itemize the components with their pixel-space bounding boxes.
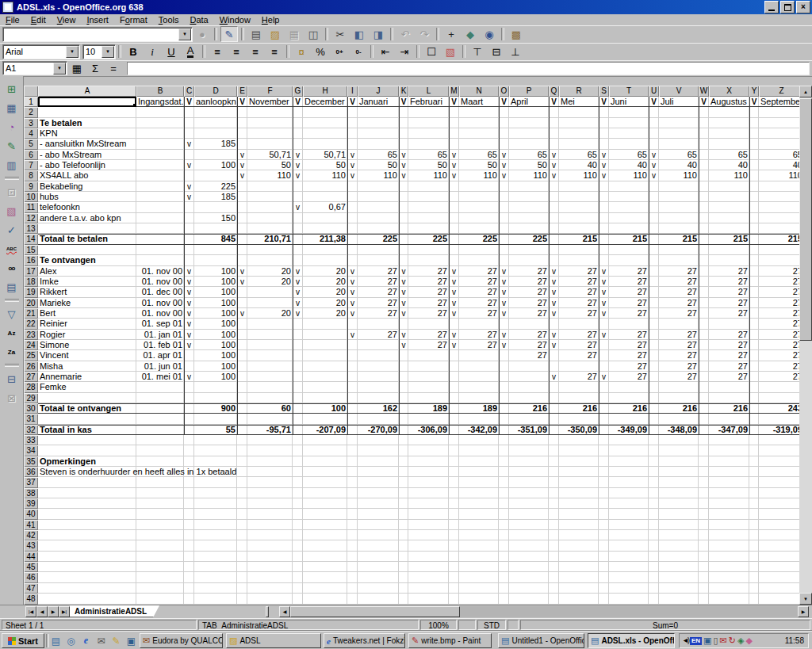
cell-Y23[interactable]	[749, 330, 759, 340]
cell-M24[interactable]: v	[449, 340, 459, 350]
cell-E38[interactable]	[237, 488, 247, 498]
cell-A5[interactable]: - aansluitkn MxStream	[38, 139, 136, 149]
cell-V41[interactable]	[659, 520, 699, 530]
cell-U2[interactable]	[649, 107, 659, 117]
cell-C22[interactable]: v	[184, 319, 194, 329]
cell-S11[interactable]	[599, 202, 609, 212]
cell-L9[interactable]	[408, 181, 449, 192]
status-zoom-level[interactable]: 100%	[420, 620, 457, 630]
cell-A27[interactable]: Annemarie	[38, 372, 136, 382]
cell-I48[interactable]	[347, 594, 358, 604]
cell-X15[interactable]	[709, 245, 749, 255]
cell-D20[interactable]: 100	[194, 298, 237, 308]
cell-F25[interactable]	[247, 350, 293, 361]
sheet-tab-administratieadsl[interactable]: AdministratieADSL	[70, 605, 159, 617]
cell-L42[interactable]	[408, 530, 449, 540]
cell-O30[interactable]	[499, 403, 509, 414]
cell-S17[interactable]: v	[599, 266, 609, 277]
cell-L20[interactable]: 27	[408, 298, 449, 308]
cell-L48[interactable]	[408, 594, 449, 604]
cell-H31[interactable]	[303, 414, 347, 424]
cell-L3[interactable]	[408, 118, 449, 128]
cell-T40[interactable]	[609, 509, 649, 519]
cell-Z33[interactable]	[759, 435, 799, 445]
cell-T18[interactable]: 27	[609, 277, 649, 287]
cell-O22[interactable]	[499, 319, 509, 329]
cell-E7[interactable]: v	[237, 160, 247, 170]
row-header-37[interactable]: 37	[24, 477, 38, 487]
cell-N29[interactable]	[459, 393, 499, 403]
column-header-Q[interactable]: Q	[549, 86, 559, 97]
cell-N41[interactable]	[459, 520, 499, 530]
cell-L34[interactable]	[408, 445, 449, 456]
cell-L41[interactable]	[408, 520, 449, 530]
cell-Q40[interactable]	[549, 509, 559, 519]
cell-M2[interactable]	[449, 107, 459, 117]
italic-button[interactable]: i	[144, 44, 161, 59]
cell-N38[interactable]	[459, 488, 499, 498]
font-name-dropdown-button[interactable]: ▼	[66, 46, 79, 58]
cell-X11[interactable]	[709, 202, 749, 212]
cell-U17[interactable]	[649, 266, 659, 277]
cell-W33[interactable]	[699, 435, 709, 445]
cell-Y6[interactable]	[749, 150, 759, 160]
cell-D3[interactable]	[194, 118, 237, 128]
cell-M19[interactable]: v	[449, 287, 459, 297]
cell-N19[interactable]: 27	[459, 287, 499, 297]
cell-V1[interactable]: Juli	[659, 97, 699, 107]
cell-W34[interactable]	[699, 445, 709, 456]
cell-Q31[interactable]	[549, 414, 559, 424]
row-header-3[interactable]: 3	[24, 118, 38, 128]
cell-V7[interactable]: 40	[659, 160, 699, 170]
cell-G16[interactable]	[293, 255, 303, 265]
cell-C18[interactable]: v	[184, 277, 194, 287]
cell-B12[interactable]	[136, 213, 184, 223]
cell-K1[interactable]: V	[399, 97, 408, 107]
cell-I38[interactable]	[347, 488, 358, 498]
cell-J7[interactable]: 50	[358, 160, 399, 170]
cell-O19[interactable]: v	[499, 287, 509, 297]
cell-E29[interactable]	[237, 393, 247, 403]
cell-W21[interactable]	[699, 308, 709, 319]
cell-T43[interactable]	[609, 540, 649, 551]
background-color-button[interactable]: ▧	[442, 44, 459, 59]
cell-L32[interactable]: -306,09	[408, 425, 449, 435]
cell-V5[interactable]	[659, 139, 699, 149]
cell-E23[interactable]	[237, 330, 247, 340]
cell-U29[interactable]	[649, 393, 659, 403]
cell-X35[interactable]	[709, 456, 749, 467]
cell-Z44[interactable]	[759, 552, 799, 562]
cell-C25[interactable]	[184, 350, 194, 361]
form-functions-button[interactable]: ▥	[3, 157, 21, 173]
cell-O33[interactable]	[499, 435, 509, 445]
cell-W39[interactable]	[699, 498, 709, 509]
cell-U27[interactable]	[649, 372, 659, 382]
cell-S25[interactable]	[599, 350, 609, 361]
cell-H2[interactable]	[303, 107, 347, 117]
cell-I33[interactable]	[347, 435, 358, 445]
cell-Q35[interactable]	[549, 456, 559, 467]
display-icon[interactable]: ▣	[703, 636, 711, 645]
cell-Q30[interactable]	[549, 403, 559, 414]
decrease-indent-button[interactable]: ⇤	[377, 44, 394, 59]
cell-K7[interactable]: v	[399, 160, 408, 170]
cell-G2[interactable]	[293, 107, 303, 117]
cell-M20[interactable]: v	[449, 298, 459, 308]
quicklaunch-ie-icon[interactable]: e	[79, 634, 93, 647]
horizontal-scrollbar[interactable]	[290, 606, 798, 617]
cell-H28[interactable]	[303, 382, 347, 392]
cell-Z28[interactable]	[759, 382, 799, 392]
cell-D33[interactable]	[194, 435, 237, 445]
cell-F28[interactable]	[247, 382, 293, 392]
cell-D44[interactable]	[194, 552, 237, 562]
cell-Q25[interactable]	[549, 350, 559, 361]
cell-G24[interactable]	[293, 340, 303, 350]
column-header-R[interactable]: R	[559, 86, 599, 97]
cell-S8[interactable]: v	[599, 170, 609, 181]
navigator-button[interactable]: +	[442, 26, 460, 42]
cell-X21[interactable]: 27	[709, 308, 749, 319]
cell-V11[interactable]	[659, 202, 699, 212]
cell-D13[interactable]	[194, 223, 237, 234]
cell-F41[interactable]	[247, 520, 293, 530]
cell-E37[interactable]	[237, 477, 247, 487]
